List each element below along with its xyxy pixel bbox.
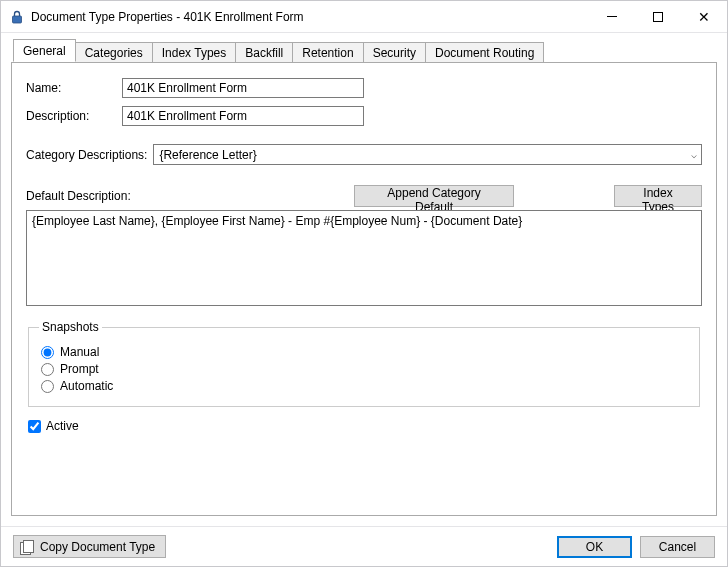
category-descriptions-label: Category Descriptions: (26, 148, 147, 162)
maximize-icon (653, 12, 663, 22)
snapshots-group: Snapshots Manual Prompt Automatic (28, 320, 700, 407)
name-input[interactable] (122, 78, 364, 98)
append-category-default-button[interactable]: Append Category Default (354, 185, 514, 207)
minimize-icon (607, 16, 617, 17)
category-descriptions-value: {Reference Letter} (159, 148, 256, 162)
tab-general[interactable]: General (13, 39, 76, 62)
chevron-down-icon: ⌵ (691, 149, 697, 160)
index-types-button[interactable]: Index Types (614, 185, 702, 207)
active-label[interactable]: Active (46, 419, 79, 433)
close-button[interactable]: ✕ (681, 1, 727, 32)
window-title: Document Type Properties - 401K Enrollme… (31, 10, 304, 24)
tab-index-types[interactable]: Index Types (152, 42, 237, 63)
snapshot-manual-label[interactable]: Manual (60, 345, 99, 359)
minimize-button[interactable] (589, 1, 635, 32)
tab-strip: General Categories Index Types Backfill … (11, 40, 717, 62)
title-bar: Document Type Properties - 401K Enrollme… (1, 1, 727, 33)
default-description-label: Default Description: (26, 189, 131, 203)
snapshot-prompt-radio[interactable] (41, 363, 54, 376)
svg-rect-0 (13, 16, 22, 23)
tab-categories[interactable]: Categories (75, 42, 153, 63)
snapshot-prompt-label[interactable]: Prompt (60, 362, 99, 376)
dialog-footer: Copy Document Type OK Cancel (1, 526, 727, 566)
content-area: General Categories Index Types Backfill … (1, 33, 727, 526)
lock-icon (9, 9, 25, 25)
tab-retention[interactable]: Retention (292, 42, 363, 63)
tab-backfill[interactable]: Backfill (235, 42, 293, 63)
active-checkbox[interactable] (28, 420, 41, 433)
ok-button[interactable]: OK (557, 536, 632, 558)
maximize-button[interactable] (635, 1, 681, 32)
snapshot-automatic-radio[interactable] (41, 380, 54, 393)
name-label: Name: (26, 81, 122, 95)
tab-document-routing[interactable]: Document Routing (425, 42, 544, 63)
close-icon: ✕ (698, 10, 710, 24)
cancel-button[interactable]: Cancel (640, 536, 715, 558)
general-panel: Name: Description: Category Descriptions… (11, 62, 717, 516)
snapshots-legend: Snapshots (39, 320, 102, 334)
dialog-window: Document Type Properties - 401K Enrollme… (0, 0, 728, 567)
snapshot-manual-radio[interactable] (41, 346, 54, 359)
copy-button-label: Copy Document Type (40, 540, 155, 554)
copy-icon (20, 540, 34, 554)
default-description-textarea[interactable] (26, 210, 702, 306)
category-descriptions-select[interactable]: {Reference Letter} ⌵ (153, 144, 702, 165)
copy-document-type-button[interactable]: Copy Document Type (13, 535, 166, 558)
tab-security[interactable]: Security (363, 42, 426, 63)
snapshot-automatic-label[interactable]: Automatic (60, 379, 113, 393)
description-input[interactable] (122, 106, 364, 126)
description-label: Description: (26, 109, 122, 123)
